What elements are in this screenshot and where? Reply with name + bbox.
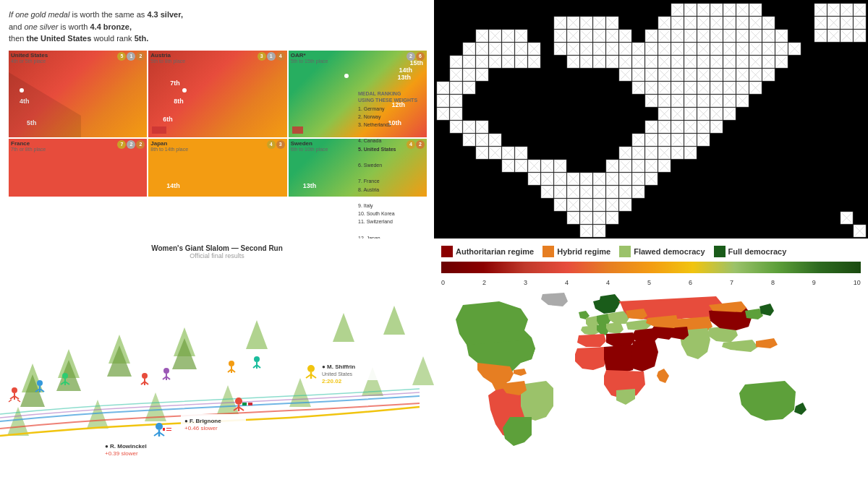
west-africa	[575, 347, 608, 370]
south-africa	[616, 389, 635, 405]
svg-rect-734	[166, 429, 174, 430]
rank-9: 9. Italy	[358, 202, 427, 210]
ski-scene: ● M. Shiffrin United States 2:20.02 ● F.…	[0, 262, 434, 465]
svg-point-0	[20, 88, 24, 93]
chart-oar-sub: 5th to 15th place	[291, 59, 328, 64]
rank-1: 1. Germany	[358, 105, 427, 113]
svg-point-710	[307, 365, 315, 372]
chart-oar-label: OAR*	[291, 52, 306, 59]
rank-13th-s: 13th	[303, 182, 317, 189]
svg-text:● F. Brignone: ● F. Brignone	[184, 418, 221, 424]
svg-line-684	[9, 400, 12, 402]
skier-group-1	[9, 387, 20, 402]
scale-2: 2	[482, 279, 486, 286]
bronze-badge: 2	[136, 52, 145, 61]
legend-hybrid: Hybrid regime	[542, 246, 610, 257]
svg-rect-4	[292, 126, 303, 134]
scale-4a: 4	[565, 279, 569, 286]
scale-5: 5	[647, 279, 651, 286]
scale-0: 0	[441, 279, 445, 286]
top-right-panel: // This will be handled below	[434, 0, 868, 239]
intro-text: If one gold medal is worth the same as 4…	[9, 9, 427, 45]
philippines	[756, 338, 778, 348]
hybrid-label: Hybrid regime	[557, 247, 610, 256]
north-africa-east	[606, 332, 635, 347]
mowinckel-group: ● R. Mowinckel +0.39 slower	[101, 423, 174, 457]
rank-11: 11. Switzerland	[358, 218, 427, 225]
bronze-badge-s: 2	[416, 140, 425, 149]
chart-austria-label: Austria	[150, 52, 171, 59]
gold-badge: 5	[117, 52, 126, 61]
legend-row: Authoritarian regime Hybrid regime Flawe…	[441, 246, 861, 257]
silver-badge-a: 1	[267, 52, 276, 61]
rank-2: 2. Norway	[358, 113, 427, 121]
chart-sweden-sub: 6th to 10th place	[291, 147, 328, 152]
svg-text:+0.46 slower: +0.46 slower	[184, 425, 218, 431]
rank-6: 6. Sweden	[358, 161, 427, 169]
scale-8: 8	[771, 279, 775, 286]
chart-japan-sub: 8th to 14th place	[150, 147, 188, 152]
svg-text:● M. Shiffrin: ● M. Shiffrin	[322, 364, 355, 370]
rank-14th-j: 14th	[166, 182, 180, 189]
scale-3: 3	[524, 279, 527, 286]
silver-badge: 1	[127, 52, 135, 61]
svg-point-1	[182, 88, 187, 93]
rank-7: 7. France	[358, 177, 427, 185]
full-label: Full democracy	[728, 247, 787, 256]
scale-9: 9	[812, 279, 816, 286]
color-scale-row	[441, 262, 861, 273]
svg-point-686	[37, 380, 43, 386]
chart-france-label: France	[11, 140, 30, 147]
new-zealand	[794, 403, 807, 415]
top-left-panel: If one gold medal is worth the same as 4…	[0, 0, 434, 239]
balkans	[606, 322, 624, 334]
chart-france-sub: 7th or 8th place	[11, 147, 46, 152]
bronze-badge-f: 2	[136, 140, 145, 149]
svg-point-680	[12, 387, 17, 393]
bronze-badge-j: 3	[276, 140, 285, 149]
full-swatch	[714, 246, 726, 257]
chart-sweden-medals: 4 2	[407, 140, 425, 149]
chart-us-sub: 4th or 5th place	[11, 59, 46, 64]
intro-text-3: then the United States would rank 5th.	[9, 34, 148, 43]
rank-8: 8. Austria	[358, 186, 427, 194]
svg-text:2:20.02: 2:20.02	[322, 378, 342, 384]
world-map-svg	[441, 291, 861, 464]
usa	[467, 340, 535, 369]
svg-rect-722	[242, 403, 247, 405]
color-scale	[441, 262, 861, 273]
argentina	[503, 417, 532, 446]
east-africa	[631, 340, 658, 371]
svg-rect-723	[247, 403, 248, 405]
brignone-group: ● F. Brignone +0.46 slower	[181, 398, 252, 431]
legend-flawed: Flawed democracy	[619, 246, 705, 257]
chart-us-medals: 5 1 2	[117, 52, 145, 61]
svg-text:United States: United States	[322, 371, 353, 377]
chart-japan: Japan 8th to 14th place 4 3 14th	[148, 139, 286, 197]
gold-badge-f: 7	[117, 140, 126, 149]
svg-point-694	[142, 373, 148, 379]
svg-rect-724	[248, 403, 252, 405]
authoritarian-label: Authoritarian regime	[456, 247, 534, 256]
chart-oar-medals: 2 6	[407, 52, 425, 61]
flawed-label: Flawed democracy	[634, 247, 705, 256]
chart-japan-medals: 4 3	[267, 140, 285, 149]
scale-numbers: 0 2 3 4 4 5 6 7 8 9 10	[441, 279, 861, 286]
bronze-badge-a: 4	[276, 52, 285, 61]
greenland	[541, 293, 568, 306]
bottom-left-panel: Women's Giant Slalom — Second Run Offici…	[0, 239, 434, 477]
skier-mid-4	[253, 356, 260, 369]
chart-france-medals: 7 2 2	[117, 140, 145, 149]
svg-marker-672	[383, 306, 405, 335]
chart-austria: Austria 5th to 8th place 3 1 4 7th 8th 6…	[148, 51, 286, 137]
authoritarian-swatch	[441, 246, 453, 257]
svg-point-702	[229, 361, 234, 366]
rank-10: 10. South Korea	[358, 210, 427, 218]
australia	[739, 381, 796, 421]
scale-4b: 4	[606, 279, 610, 286]
svg-marker-671	[333, 313, 354, 342]
svg-point-698	[163, 368, 169, 374]
chart-us-label: United States	[11, 52, 48, 59]
chart-austria-medals: 3 1 4	[258, 52, 285, 61]
caribbean	[514, 369, 527, 376]
